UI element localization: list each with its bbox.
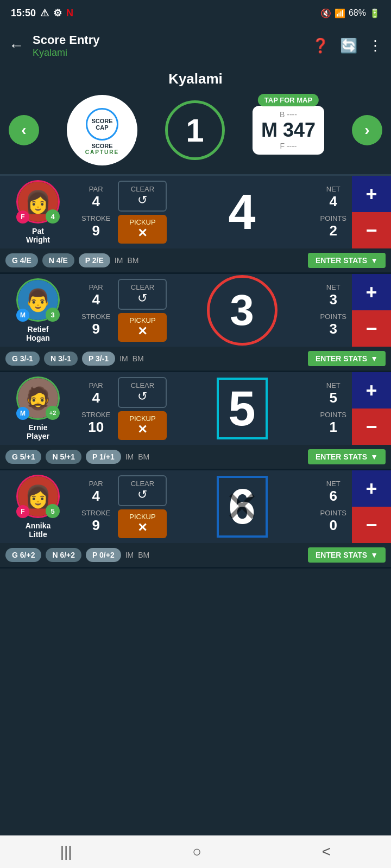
minus-button-0[interactable]: − [352, 212, 391, 248]
stroke-label-0: STROKE [81, 214, 110, 222]
points-label-1: POINTS [320, 312, 346, 321]
stat-p-2: P 1/+1 [86, 450, 121, 464]
pickup-button-2[interactable]: PICKUP ✕ [118, 411, 167, 440]
im-label-3: IM [125, 551, 134, 559]
stat-n-2: N 5/+1 [46, 450, 81, 464]
points-label-0: POINTS [320, 214, 346, 222]
netflix-icon: N [66, 8, 73, 19]
minus-button-2[interactable]: − [352, 409, 391, 445]
score-circle: 3 [207, 275, 278, 346]
yardage-value: M 347 [261, 119, 316, 142]
par-box-0: PAR 4 [81, 185, 110, 210]
big-score-col-3: 6 [169, 470, 314, 543]
stat-g-0: G 4/E [5, 253, 38, 267]
avatar-wrap-2: 🧔 M +2 [16, 376, 60, 420]
plus-button-2[interactable]: + [352, 372, 391, 409]
handicap-badge-1: 3 [46, 308, 60, 322]
clear-label-1: CLEAR [127, 283, 158, 291]
more-button[interactable]: ⋮ [368, 37, 382, 54]
stroke-box-0: STROKE 9 [81, 214, 110, 239]
clear-label-2: CLEAR [127, 381, 158, 390]
enter-stats-button-2[interactable]: ENTER STATS ▼ [308, 449, 386, 464]
stroke-value-1: 9 [92, 321, 100, 337]
stats-row-2: G 5/+1 N 5/+1 P 1/+1 IM BM ENTER STATS ▼ [0, 445, 391, 469]
plus-button-0[interactable]: + [352, 176, 391, 212]
enter-stats-button-1[interactable]: ENTER STATS ▼ [308, 351, 386, 366]
net-points-0: NET 4 POINTS 2 [315, 176, 352, 248]
bottom-back-button[interactable]: < [322, 843, 331, 860]
tap-for-map-button[interactable]: TAP FOR MAP [258, 94, 319, 106]
im-label-0: IM [115, 256, 123, 265]
refresh-button[interactable]: 🔄 [340, 37, 357, 54]
big-score-col-0: 4 [169, 176, 314, 248]
stroke-label-3: STROKE [81, 509, 110, 517]
big-score-col-1: 3 [169, 274, 314, 347]
points-box-3: POINTS 0 [320, 509, 346, 534]
gender-badge-2: M [16, 407, 29, 420]
plus-button-3[interactable]: + [352, 470, 391, 507]
back-button[interactable]: ← [9, 37, 24, 54]
stat-p-1: P 3/-1 [82, 352, 115, 366]
next-hole-button[interactable]: › [352, 115, 382, 145]
stats-row-3: G 6/+2 N 6/+2 P 0/+2 IM BM ENTER STATS ▼ [0, 543, 391, 567]
player-name-1: RetiefHogan [26, 325, 50, 342]
gender-badge-3: F [16, 505, 29, 518]
clear-button-1[interactable]: CLEAR ↺ [118, 279, 167, 310]
handicap-badge-3: 5 [46, 504, 60, 518]
par-box-1: PAR 4 [81, 283, 110, 308]
pickup-button-1[interactable]: PICKUP ✕ [118, 313, 167, 342]
stroke-box-3: STROKE 9 [81, 509, 110, 534]
stat-n-3: N 6/+2 [46, 548, 81, 562]
gender-badge-0: F [16, 210, 29, 224]
net-label-1: NET [326, 283, 340, 291]
par-label-1: PAR [89, 283, 103, 291]
enter-stats-button-3[interactable]: ENTER STATS ▼ [308, 547, 386, 563]
stroke-box-2: STROKE 10 [81, 411, 110, 436]
yardage-box[interactable]: TAP FOR MAP B ---- M 347 F ---- [253, 106, 324, 155]
player-info-0: 👩 F 4 PatWright [0, 176, 76, 248]
stat-p-3: P 0/+2 [86, 548, 121, 562]
minus-button-3[interactable]: − [352, 507, 391, 543]
clear-button-3[interactable]: CLEAR ↺ [118, 475, 167, 506]
bm-label-3: BM [138, 551, 149, 559]
pickup-icon-2: ✕ [125, 423, 159, 437]
player-name-0: PatWright [26, 227, 50, 244]
bottom-menu-button[interactable]: ||| [60, 843, 72, 860]
par-label-3: PAR [89, 480, 103, 488]
clear-button-0[interactable]: CLEAR ↺ [118, 181, 167, 212]
par-value-2: 4 [92, 390, 100, 406]
points-value-0: 2 [330, 222, 337, 239]
plus-button-1[interactable]: + [352, 274, 391, 310]
clear-button-2[interactable]: CLEAR ↺ [118, 377, 167, 408]
points-value-2: 1 [330, 419, 337, 436]
prev-hole-button[interactable]: ‹ [9, 115, 39, 145]
player-info-2: 🧔 M +2 ErniePlayer [0, 372, 76, 445]
net-box-1: NET 3 [320, 283, 346, 308]
par-value-1: 4 [92, 291, 100, 308]
stroke-label-2: STROKE [81, 411, 110, 419]
pickup-label-3: PICKUP [125, 513, 159, 521]
stat-n-0: N 4/E [42, 253, 74, 267]
clear-icon-0: ↺ [127, 193, 158, 207]
player-card-2: 🧔 M +2 ErniePlayer PAR 4 STROKE 10 [0, 372, 391, 470]
player-name-3: AnnikaLittle [26, 521, 51, 539]
net-value-0: 4 [330, 193, 337, 210]
handicap-badge-2: +2 [46, 406, 60, 420]
hole-number: 1 [165, 100, 225, 160]
course-logo: SCORECAP SCORE CAPTURE [67, 95, 137, 165]
enter-stats-button-0[interactable]: ENTER STATS ▼ [308, 253, 386, 268]
pickup-icon-0: ✕ [125, 226, 159, 240]
plus-minus-col-1: + − [352, 274, 391, 347]
status-bar: 15:50 ⚠ ⚙ N 🔇 📶 68% 🔋 [0, 0, 391, 26]
pickup-button-0[interactable]: PICKUP ✕ [118, 215, 167, 244]
pickup-icon-3: ✕ [125, 521, 159, 535]
par-value-0: 4 [92, 193, 100, 210]
mute-icon: 🔇 [320, 8, 331, 18]
player-card-1: 👨 M 3 RetiefHogan PAR 4 STROKE 9 [0, 274, 391, 372]
bottom-home-button[interactable]: ○ [192, 843, 201, 860]
chevron-down-icon-3: ▼ [370, 551, 378, 559]
pickup-button-3[interactable]: PICKUP ✕ [118, 509, 167, 538]
minus-button-1[interactable]: − [352, 310, 391, 347]
help-button[interactable]: ❓ [312, 37, 329, 54]
par-label-0: PAR [89, 185, 103, 193]
